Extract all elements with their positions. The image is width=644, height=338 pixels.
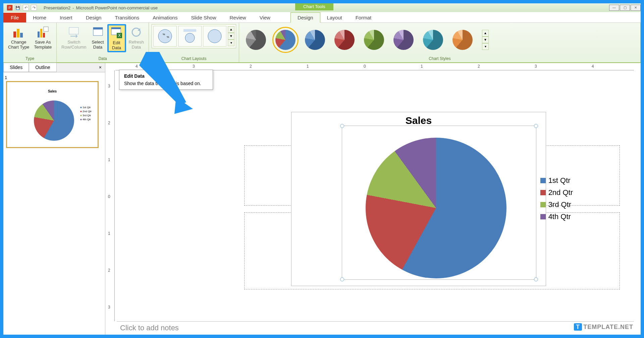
thumbnail-legend: ■ 1st Qtr ■ 2nd Qtr ■ 3rd Qtr ■ 4th Qtr (80, 106, 92, 122)
chart-style-orange[interactable] (452, 30, 473, 50)
ribbon-group-chart-styles: ▲▼▾ Chart Styles (239, 23, 641, 62)
chart-style-green[interactable] (364, 30, 384, 50)
selection-handle[interactable] (534, 277, 538, 281)
thumbnail-pie-icon (34, 100, 74, 141)
svg-point-15 (158, 29, 172, 43)
edit-data-icon: X (110, 26, 123, 40)
window-controls: — ▢ ✕ (608, 5, 641, 11)
svg-rect-4 (40, 29, 42, 38)
selection-handle[interactable] (340, 277, 344, 281)
tab-design[interactable]: Design (79, 13, 108, 22)
change-chart-type-button[interactable]: Change Chart Type (6, 24, 31, 51)
svg-text:%: % (167, 36, 169, 39)
chart-layout-2[interactable] (178, 26, 202, 47)
annotation-arrow (136, 52, 196, 119)
pie-layout-icon (181, 28, 198, 45)
svg-rect-7 (69, 27, 78, 34)
select-data-button[interactable]: Select Data (89, 24, 107, 51)
tab-chart-format[interactable]: Format (349, 13, 378, 22)
quick-access-toolbar: P 💾 ↶ ↷ (7, 5, 37, 11)
refresh-data-button: Refresh Data (127, 24, 146, 51)
thumbnails-close-button[interactable]: × (96, 63, 105, 72)
select-data-icon (91, 25, 105, 39)
ribbon-tabs: File Home Insert Design Transitions Anim… (3, 12, 641, 23)
svg-rect-9 (93, 27, 103, 29)
tab-animations[interactable]: Animations (146, 13, 184, 22)
refresh-icon (129, 25, 143, 39)
pie-layout-icon (206, 28, 223, 45)
tab-chart-design[interactable]: Design (290, 12, 320, 23)
edit-data-button[interactable]: X Edit Data (107, 24, 126, 52)
svg-rect-5 (43, 33, 45, 38)
chart-style-gray[interactable] (246, 30, 266, 50)
maximize-button[interactable]: ▢ (620, 5, 630, 11)
switch-row-column-button: Switch Row/Column (59, 24, 88, 51)
tab-file[interactable]: File (3, 13, 26, 22)
template-icon (36, 25, 50, 39)
save-icon[interactable]: 💾 (15, 5, 21, 11)
minimize-button[interactable]: — (609, 5, 619, 11)
ribbon-group-data: Switch Row/Column Select Data X Edit Dat… (57, 23, 149, 62)
selection-handle[interactable] (534, 124, 538, 128)
chart-style-red[interactable] (334, 30, 355, 50)
chart-layout-1[interactable]: %% (153, 26, 177, 47)
chart-layouts-gallery[interactable]: %% ▲▼▾ (152, 24, 236, 48)
chart-legend[interactable]: 1st Qtr2nd Qtr3rd Qtr4th Qtr (540, 176, 573, 224)
save-as-template-button[interactable]: Save As Template (32, 24, 54, 51)
tab-insert[interactable]: Insert (53, 13, 79, 22)
tab-slide-show[interactable]: Slide Show (184, 13, 223, 22)
powerpoint-icon: P (7, 5, 13, 11)
svg-rect-0 (13, 31, 16, 38)
svg-rect-3 (38, 31, 40, 38)
chart-object[interactable]: Sales 1st Qtr2nd Qtr3rd Qtr4th Qtr (291, 112, 546, 286)
workspace: Slides Outline × 1 Sales ■ 1st Qtr ■ 2nd… (3, 63, 641, 335)
chart-style-multicolor[interactable] (275, 30, 296, 50)
svg-rect-1 (17, 29, 19, 38)
svg-marker-21 (139, 52, 186, 106)
bar-chart-icon (12, 25, 25, 39)
styles-scroll[interactable]: ▲▼▾ (482, 30, 489, 50)
svg-point-19 (185, 33, 195, 43)
tab-transitions[interactable]: Transitions (108, 13, 146, 22)
selection-handle[interactable] (340, 124, 344, 128)
tab-home[interactable]: Home (26, 13, 53, 22)
svg-rect-18 (183, 29, 196, 32)
switch-icon (67, 25, 80, 39)
tab-view[interactable]: View (253, 13, 277, 22)
thumbnail-tabs: Slides Outline × (3, 63, 105, 72)
chart-style-teal[interactable] (423, 30, 443, 50)
tab-slides[interactable]: Slides (3, 63, 29, 72)
title-bar: P 💾 ↶ ↷ Presentation2 - Microsoft PowerP… (3, 3, 641, 12)
redo-icon[interactable]: ↷ (31, 5, 37, 11)
chart-tools-context-tab: Chart Tools (295, 3, 333, 10)
document-title: Presentation2 (44, 5, 70, 10)
notes-pane[interactable]: Click to add notes (117, 321, 634, 335)
undo-icon[interactable]: ↶ (23, 5, 29, 11)
slide-thumbnail-1[interactable]: Sales ■ 1st Qtr ■ 2nd Qtr ■ 3rd Qtr ■ 4t… (6, 81, 99, 148)
app-title: Microsoft PowerPoint non-commercial use (76, 5, 158, 10)
tab-outline[interactable]: Outline (29, 63, 56, 72)
tab-review[interactable]: Review (223, 13, 253, 22)
chart-style-purple[interactable] (393, 30, 414, 50)
svg-rect-11 (111, 27, 121, 29)
svg-rect-2 (20, 33, 23, 38)
svg-point-14 (132, 28, 140, 36)
pie-chart[interactable] (366, 138, 506, 278)
pie-layout-icon: %% (157, 28, 173, 45)
ribbon: Change Chart Type Save As Template Type … (3, 23, 641, 63)
watermark: TTEMPLATE.NET (574, 324, 633, 331)
vertical-ruler: 3210123 (105, 70, 115, 321)
ribbon-group-type: Change Chart Type Save As Template Type (3, 23, 57, 62)
chart-plot-area[interactable]: 1st Qtr2nd Qtr3rd Qtr4th Qtr (342, 126, 536, 280)
gallery-scroll[interactable]: ▲▼▾ (228, 26, 234, 46)
chart-layout-3[interactable] (203, 26, 226, 47)
svg-text:X: X (118, 33, 121, 38)
tab-chart-layout[interactable]: Layout (320, 13, 349, 22)
chart-style-blue[interactable] (305, 30, 325, 50)
slide-number: 1 (5, 75, 7, 80)
close-button[interactable]: ✕ (631, 5, 641, 11)
chart-styles-gallery[interactable]: ▲▼▾ (242, 24, 638, 56)
svg-point-20 (208, 29, 221, 43)
slide-thumbnails-panel: Slides Outline × 1 Sales ■ 1st Qtr ■ 2nd… (3, 63, 105, 335)
svg-text:%: % (163, 33, 165, 36)
